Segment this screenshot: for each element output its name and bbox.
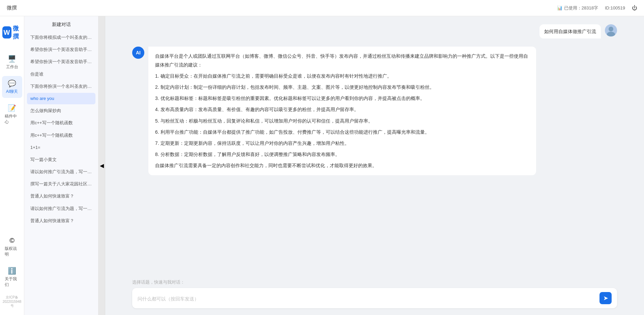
conversation-item[interactable]: who are you [27,93,95,104]
conversation-item[interactable]: 1+1= [27,142,95,153]
conversation-item[interactable]: 用c++写一个随机函数 [27,117,95,129]
sidebar: 新建对话 下面你将模拟成一个叫圣友的程序员，我说...希望你扮演一个英语发音助手… [24,16,98,315]
chat-area: 如何用自媒体做推广引流 AI 自媒体平台是个人或团队通过互联网平台（如博客、微 [105,16,644,315]
chat-messages: 如何用自媒体做推广引流 AI 自媒体平台是个人或团队通过互联网平台（如博客、微 [105,16,644,279]
usage-info: 📊 已使用：28318字 [557,5,598,11]
conversation-item[interactable]: 下面你将扮演一个名叫圣友的医生 [27,81,95,92]
conversation-item[interactable]: 你是谁 [27,69,95,80]
icp-text: 京ICP备2022015948号 [0,294,24,310]
conversation-item[interactable]: 请以如何推广引流为题，写一篇大纲 [27,166,95,178]
ai-message-row: AI 自媒体平台是个人或团队通过互联网平台（如博客、微博、微信公众号、抖音、快手… [132,47,617,175]
workbench-label: 工作台 [6,64,18,70]
usage-text: 已使用：28318字 [564,5,598,11]
logo-w: W [2,26,11,38]
ai-chat-icon: 💬 [8,79,16,87]
conversation-item[interactable]: 希望你扮演一个英语发音助手，我提供给你... [27,56,95,68]
conversation-item[interactable]: 撰写一篇关于八大家花园社区一刻钟便民生... [27,178,95,190]
ai-chat-label: AI聊天 [6,89,18,95]
nav-bottom: ©️ 版权说明 ℹ️ 关于我们 京ICP备2022015948号 [0,233,24,310]
conversation-item[interactable]: 普通人如何快速致富？ [27,215,95,227]
svg-point-1 [609,27,613,31]
user-avatar [605,24,617,36]
send-icon: ➤ [603,294,608,302]
conversation-list: 下面你将模拟成一个叫圣友的程序员，我说...希望你扮演一个英语发音助手，我提供给… [24,30,98,315]
conversation-item[interactable]: 希望你扮演一个英语发音助手，我提供给你... [27,44,95,55]
conversation-item[interactable]: 写一篇小黄文 [27,154,95,165]
about-label: 关于我们 [5,276,20,288]
quick-label: 选择话题，快速与我对话： [132,279,617,285]
chat-input[interactable] [138,296,597,304]
topbar-title: 微撰 [7,5,17,11]
workbench-icon: 🖥️ [8,55,16,63]
logo-text: 微撰 [13,24,22,41]
sidebar-collapse-button[interactable]: ◀ [98,16,105,315]
logo-area: W 微撰 [0,22,25,43]
sidebar-item-workbench[interactable]: 🖥️ 工作台 [2,51,22,73]
user-message-text: 如何用自媒体做推广引流 [544,29,596,34]
conversation-item[interactable]: 用c++写一个随机函数 [27,130,95,141]
usage-icon: 📊 [557,5,562,10]
conversation-item[interactable]: 请以如何推广引流为题，写一篇大纲 [27,203,95,214]
conversation-item[interactable]: 怎么做狗屎炒肉 [27,105,95,116]
new-chat-button[interactable]: 新建对话 [24,16,98,30]
sidebar-item-drafts[interactable]: 📝 稿件中心 [2,101,22,128]
user-message-bubble: 如何用自媒体做推广引流 [539,24,601,38]
collapse-icon: ◀ [100,162,104,169]
main-layout: W 微撰 🖥️ 工作台 💬 AI聊天 📝 稿件中心 ©️ 版权说明 ℹ️ 关于我… [0,16,644,315]
ai-avatar: AI [132,47,144,59]
left-nav: W 微撰 🖥️ 工作台 💬 AI聊天 📝 稿件中心 ©️ 版权说明 ℹ️ 关于我… [0,16,24,315]
drafts-label: 稿件中心 [5,113,20,125]
sidebar-item-about[interactable]: ℹ️ 关于我们 [2,263,22,291]
copyright-label: 版权说明 [5,246,20,257]
sidebar-item-ai-chat[interactable]: 💬 AI聊天 [2,76,22,98]
ai-message-content: 自媒体平台是个人或团队通过互联网平台（如博客、微博、微信公众号、抖音、快手等）发… [155,52,529,170]
id-info: ID:100519 [605,5,625,10]
ai-message-bubble: 自媒体平台是个人或团队通过互联网平台（如博客、微博、微信公众号、抖音、快手等）发… [148,47,536,175]
sidebar-item-copyright[interactable]: ©️ 版权说明 [2,233,22,261]
send-button[interactable]: ➤ [599,292,612,304]
chat-bottom: 选择话题，快速与我对话： ➤ [105,279,644,315]
input-area: ➤ [132,288,617,308]
power-icon[interactable]: ⏻ [632,5,637,11]
topbar-right: 📊 已使用：28318字 ID:100519 ⏻ [557,5,637,11]
conversation-item[interactable]: 普通人如何快速致富？ [27,190,95,202]
copyright-icon: ©️ [9,237,14,244]
about-icon: ℹ️ [8,267,16,275]
user-message-row: 如何用自媒体做推广引流 [132,24,617,38]
conversation-item[interactable]: 下面你将模拟成一个叫圣友的程序员，我说... [27,32,95,43]
drafts-icon: 📝 [8,104,16,112]
topbar: 微撰 📊 已使用：28318字 ID:100519 ⏻ [0,0,644,16]
